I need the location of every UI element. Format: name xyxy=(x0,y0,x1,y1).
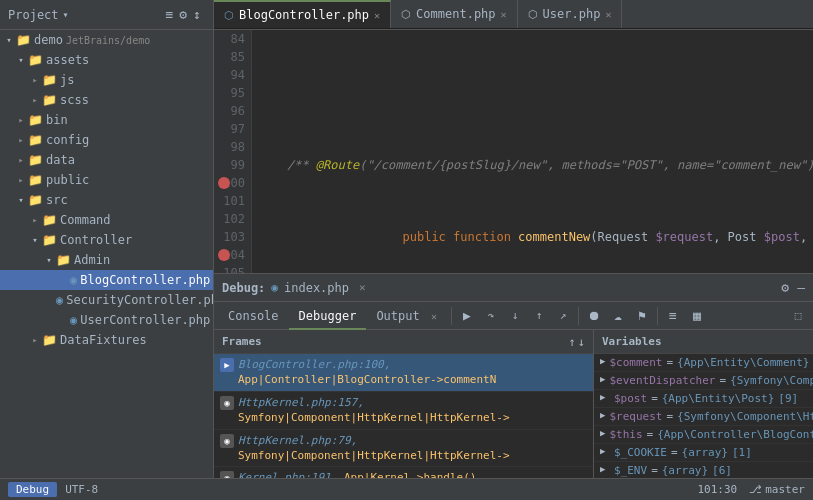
var-eq-cookie: = xyxy=(671,446,678,459)
status-left: Debug UTF-8 xyxy=(8,482,98,497)
debug-tool-breakpoints[interactable]: ⚑ xyxy=(631,305,653,327)
frame-item-4[interactable]: ◉ Kernel.php:191, App|Kernel->handle() xyxy=(214,467,593,478)
frame-item-3[interactable]: ◉ HttpKernel.php:79, Symfony|Component|H… xyxy=(214,430,593,468)
sidebar-item-datafixtures[interactable]: ▸ 📁 DataFixtures xyxy=(0,330,213,350)
var-item-this[interactable]: ▶ $this = {App\Controller\BlogController… xyxy=(594,426,813,444)
ln-96: 96 xyxy=(220,102,245,120)
gear-icon[interactable]: ⚙ xyxy=(179,7,187,22)
var-val-this: {App\Controller\BlogController} xyxy=(657,428,813,441)
var-name-post: $post xyxy=(614,392,647,405)
sidebar-item-config[interactable]: ▸ 📁 config xyxy=(0,130,213,150)
debug-tool-watches[interactable]: ☁ xyxy=(607,305,629,327)
var-val-env: {array} xyxy=(662,464,708,477)
tab-user-close[interactable]: ✕ xyxy=(605,9,611,20)
code-lines[interactable]: /** @Route("/comment/{postSlug}/new", me… xyxy=(252,30,813,273)
debug-tool-run-cursor[interactable]: ↗ xyxy=(552,305,574,327)
editor-area: 84 85 94 95 96 97 98 99 100 101 102 xyxy=(214,30,813,273)
sidebar-item-data[interactable]: ▸ 📁 data xyxy=(0,150,213,170)
sidebar-item-usercontroller[interactable]: ◉ UserController.php xyxy=(0,310,213,330)
var-val-req: {Symfony\Component\HttpFoundation\Reques… xyxy=(677,410,813,423)
debug-sub-tabs: Console Debugger Output ✕ xyxy=(218,302,447,330)
frames-down-icon[interactable]: ↓ xyxy=(578,335,585,349)
folder-icon-config: 📁 xyxy=(28,133,43,147)
folder-open-icon: ▾ xyxy=(2,35,16,45)
debug-tab-console[interactable]: Console xyxy=(218,302,289,330)
debug-tool-frames[interactable]: ▦ xyxy=(686,305,708,327)
var-arrow-cookie: ▶ xyxy=(600,446,610,456)
layout-icon[interactable]: ↕ xyxy=(193,7,201,22)
sidebar-src-label: src xyxy=(46,193,68,207)
output-tab-close[interactable]: ✕ xyxy=(431,311,437,322)
var-item-post[interactable]: ▶ $post = {App\Entity\Post} [9] xyxy=(594,390,813,408)
folder-closed-public-icon: ▸ xyxy=(14,175,28,185)
var-item-cookie[interactable]: ▶ $_COOKIE = {array} [1] xyxy=(594,444,813,462)
debug-tool-threads[interactable]: ≡ xyxy=(662,305,684,327)
status-bar: Debug UTF-8 101:30 ⎇ master xyxy=(0,478,813,500)
status-branch[interactable]: ⎇ master xyxy=(749,483,805,496)
tab-blog-controller[interactable]: ⬡ BlogController.php ✕ xyxy=(214,0,391,28)
frame-icon-4: ◉ xyxy=(220,471,234,478)
settings-icon[interactable]: ≡ xyxy=(166,7,174,22)
ln-104: 104 xyxy=(220,246,245,264)
sidebar-item-public[interactable]: ▸ 📁 public xyxy=(0,170,213,190)
sidebar-item-command[interactable]: ▸ 📁 Command xyxy=(0,210,213,230)
status-encoding: UTF-8 xyxy=(65,483,98,496)
tab-user[interactable]: ⬡ User.php ✕ xyxy=(518,0,623,28)
debug-tool-step-out[interactable]: ↑ xyxy=(528,305,550,327)
var-item-eventdispatcher[interactable]: ▶ $eventDispatcher = {Symfony\Component\… xyxy=(594,372,813,390)
sidebar-data-label: data xyxy=(46,153,75,167)
debug-tab-debugger[interactable]: Debugger xyxy=(289,302,367,330)
debug-tab-output[interactable]: Output ✕ xyxy=(366,302,447,330)
sidebar-item-controller[interactable]: ▾ 📁 Controller xyxy=(0,230,213,250)
frames-up-icon[interactable]: ↑ xyxy=(569,335,576,349)
sidebar-item-scss[interactable]: ▸ 📁 scss xyxy=(0,90,213,110)
status-right: 101:30 ⎇ master xyxy=(698,483,806,496)
var-item-request[interactable]: ▶ $request = {Symfony\Component\HttpFoun… xyxy=(594,408,813,426)
sidebar-item-bin[interactable]: ▸ 📁 bin xyxy=(0,110,213,130)
tab-comment[interactable]: ⬡ Comment.php ✕ xyxy=(391,0,518,28)
debug-file-close[interactable]: ✕ xyxy=(359,281,366,294)
var-name-env: $_ENV xyxy=(614,464,647,477)
code-line-94: public function commentNew(Request $requ… xyxy=(258,228,813,246)
variables-list: ▶ $comment = {App\Entity\Comment} [5] ▶ … xyxy=(594,354,813,478)
var-count-env: [6] xyxy=(712,464,732,477)
sidebar-item-assets[interactable]: ▾ 📁 assets xyxy=(0,50,213,70)
file-icon-blog: ◉ xyxy=(70,273,77,287)
var-item-env[interactable]: ▶ $_ENV = {array} [6] xyxy=(594,462,813,478)
line-numbers: 84 85 94 95 96 97 98 99 100 101 102 xyxy=(214,30,252,273)
frame-text-3: HttpKernel.php:79, Symfony|Component|Htt… xyxy=(238,433,587,464)
var-name-req: $request xyxy=(609,410,662,423)
frame-text-1: BlogController.php:100, App|Controller|B… xyxy=(238,357,587,388)
debug-tool-step-over[interactable]: ↷ xyxy=(480,305,502,327)
debug-minimize-icon[interactable]: — xyxy=(797,280,805,295)
sidebar-blogcontroller-label: BlogController.php xyxy=(80,273,210,287)
debug-tool-console-input[interactable]: ⬚ xyxy=(787,305,809,327)
debug-tool-step-into[interactable]: ↓ xyxy=(504,305,526,327)
var-arrow-post: ▶ xyxy=(600,392,610,402)
tab-blog-close[interactable]: ✕ xyxy=(374,10,380,21)
debug-header: Debug: ◉ index.php ✕ ⚙ — xyxy=(214,274,813,302)
var-eq-this: = xyxy=(647,428,654,441)
sidebar-assets-label: assets xyxy=(46,53,89,67)
sidebar-item-admin[interactable]: ▾ 📁 Admin xyxy=(0,250,213,270)
sidebar-demo-sub: JetBrains/demo xyxy=(66,35,150,46)
tab-comment-close[interactable]: ✕ xyxy=(501,9,507,20)
sidebar-item-blogcontroller[interactable]: ◉ BlogController.php xyxy=(0,270,213,290)
var-count-post: [9] xyxy=(778,392,798,405)
sidebar-item-securitycontroller[interactable]: ◉ SecurityController.php xyxy=(0,290,213,310)
sidebar-item-demo[interactable]: ▾ 📁 demo JetBrains/demo xyxy=(0,30,213,50)
status-debug-button[interactable]: Debug xyxy=(8,482,57,497)
folder-open-assets-icon: ▾ xyxy=(14,55,28,65)
frame-item-1[interactable]: ▶ BlogController.php:100, App|Controller… xyxy=(214,354,593,392)
var-item-comment[interactable]: ▶ $comment = {App\Entity\Comment} [5] xyxy=(594,354,813,372)
sidebar-item-src[interactable]: ▾ 📁 src xyxy=(0,190,213,210)
debug-tool-resume[interactable]: ▶ xyxy=(456,305,478,327)
debugger-tab-label: Debugger xyxy=(299,309,357,323)
sidebar-datafixtures-label: DataFixtures xyxy=(60,333,147,347)
debug-settings-icon[interactable]: ⚙ xyxy=(781,280,789,295)
frame-item-2[interactable]: ◉ HttpKernel.php:157, Symfony|Component|… xyxy=(214,392,593,430)
folder-open-controller-icon: ▾ xyxy=(28,235,42,245)
sidebar-item-js[interactable]: ▸ 📁 js xyxy=(0,70,213,90)
debug-tool-evaluate[interactable]: ⏺ xyxy=(583,305,605,327)
code-line-85: /** @Route("/comment/{postSlug}/new", me… xyxy=(258,156,813,174)
